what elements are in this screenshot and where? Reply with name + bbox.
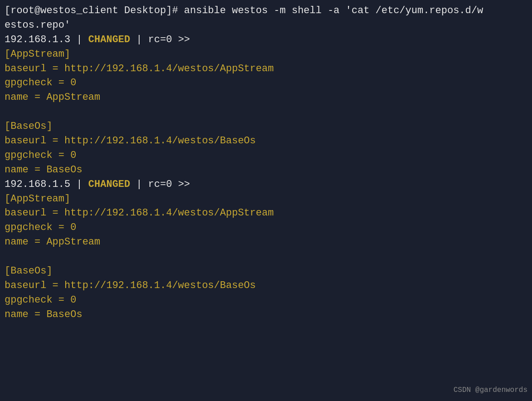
appstream-gpgcheck-2: gpgcheck = 0 [5,220,527,235]
baseos-header-1: [BaseOs] [5,119,527,134]
status-changed-2: CHANGED [88,179,130,190]
watermark: CSDN @gardenwords [454,385,527,396]
baseos-gpgcheck-2: gpgcheck = 0 [5,293,527,308]
appstream-baseurl-2: baseurl = http://192.168.1.4/westos/AppS… [5,206,527,220]
appstream-header-2: [AppStream] [5,192,527,206]
status-prefix-1: 192.168.1.3 | [5,34,88,45]
prompt-line-2: estos.repo' [5,18,527,33]
baseos-name-1: name = BaseOs [5,163,527,177]
status-suffix-1: | rc=0 >> [130,34,190,45]
appstream-baseurl-1: baseurl = http://192.168.1.4/westos/AppS… [5,62,527,76]
baseos-baseurl-1: baseurl = http://192.168.1.4/westos/Base… [5,134,527,148]
baseos-name-2: name = BaseOs [5,308,527,322]
appstream-gpgcheck-1: gpgcheck = 0 [5,76,527,90]
status-suffix-2: | rc=0 >> [130,179,190,190]
appstream-name-1: name = AppStream [5,90,527,105]
status-changed-1: CHANGED [88,34,130,45]
terminal-window: [root@westos_client Desktop]# ansible we… [0,0,532,401]
prompt-line-1: [root@westos_client Desktop]# ansible we… [5,4,527,18]
blank-1 [5,105,527,119]
blank-2 [5,249,527,264]
status-line-1: 192.168.1.3 | CHANGED | rc=0 >> [5,33,527,47]
appstream-header-1: [AppStream] [5,47,527,62]
baseos-baseurl-2: baseurl = http://192.168.1.4/westos/Base… [5,279,527,293]
baseos-header-2: [BaseOs] [5,264,527,279]
status-prefix-2: 192.168.1.5 | [5,179,88,190]
appstream-name-2: name = AppStream [5,235,527,249]
status-line-2: 192.168.1.5 | CHANGED | rc=0 >> [5,177,527,192]
baseos-gpgcheck-1: gpgcheck = 0 [5,148,527,163]
